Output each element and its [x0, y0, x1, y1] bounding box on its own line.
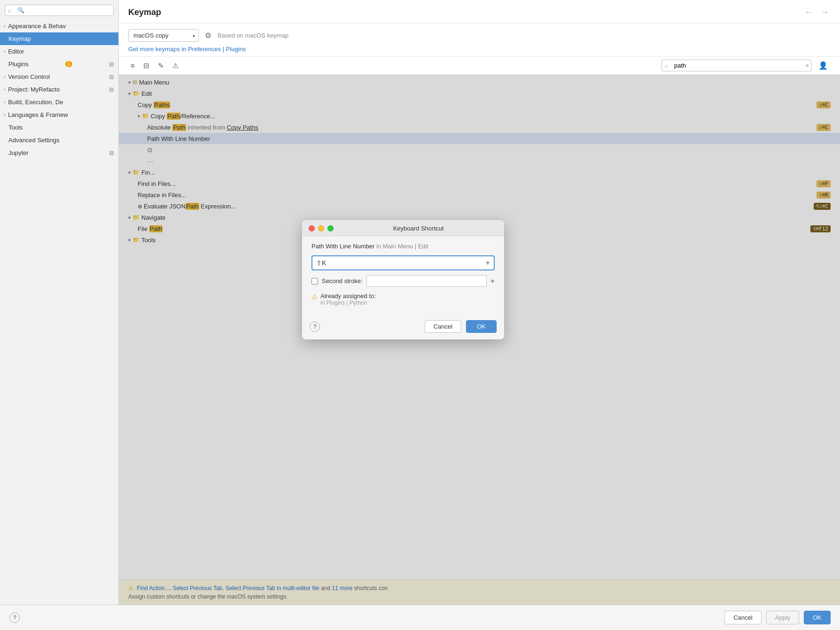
tree-row[interactable]: ▾ ⊞ Main Menu — [119, 77, 840, 88]
footer-right: Cancel Apply OK — [724, 611, 831, 624]
plugins-link[interactable]: Get more keymaps in Preferences | Plugin… — [128, 46, 246, 53]
second-stroke-checkbox[interactable] — [311, 278, 318, 284]
sidebar-item-label: Project: MyRefacto — [8, 86, 60, 93]
ok-button[interactable]: OK — [804, 611, 831, 624]
traffic-lights — [309, 225, 334, 231]
modal-ok-button[interactable]: OK — [466, 320, 497, 333]
sidebar-search-box[interactable]: ⌕ — [5, 5, 114, 16]
arrow-icon: › — [4, 49, 5, 54]
shortcut-badge: ⇧⌘F — [817, 180, 831, 187]
collapse-icon[interactable]: ▾ — [128, 215, 131, 220]
add-shortcut-button[interactable]: + — [486, 259, 490, 267]
tree-row[interactable]: Replace in Files... ⇧⌘R — [119, 189, 840, 200]
shortcut-input-wrap[interactable]: ⇧K + — [311, 255, 495, 270]
expand-all-button[interactable]: ≡ — [128, 60, 137, 71]
second-stroke-add-button[interactable]: + — [490, 277, 495, 285]
user-shortcuts-button[interactable]: 👤 — [816, 60, 831, 71]
folder-icon: 📁 — [132, 169, 140, 176]
tree-row[interactable]: ▾ 📁 Fin... — [119, 167, 840, 178]
arrow-icon: › — [4, 87, 5, 92]
forward-button[interactable]: → — [818, 7, 831, 18]
footer-left: ? — [9, 613, 20, 623]
content-body: ▾ ⊞ Main Menu ▾ 📁 Edit Copy Paths ⇧⌘C — [119, 75, 840, 605]
tree-row[interactable]: ⚙Evaluate JSONPath Expression... ⌥⇧⌘C — [119, 200, 840, 212]
collapse-icon[interactable]: ▾ — [128, 91, 131, 96]
modal-help-button[interactable]: ? — [310, 322, 320, 332]
warning-link-2[interactable]: Select Previous Tab — [172, 585, 222, 592]
tree-item-label: Find in Files... — [138, 180, 817, 187]
second-stroke-input[interactable] — [366, 275, 487, 287]
tree-item-label: ⚙Evaluate JSONPath Expression... — [138, 203, 814, 210]
sidebar-item-label: Keymap — [8, 35, 31, 42]
modal-context-name: Path With Line Number — [311, 243, 374, 250]
settings-button[interactable]: ⚙ — [203, 30, 213, 41]
tree-row: --- — [119, 155, 840, 167]
sidebar-item-jupyter[interactable]: Jupyter ▤ — [0, 146, 118, 159]
sidebar-item-tools[interactable]: Tools — [0, 121, 118, 134]
sidebar-item-label: Plugins — [8, 61, 29, 68]
tree-row[interactable]: Path With Line Number — [119, 133, 840, 144]
apply-button[interactable]: Apply — [766, 611, 800, 624]
search-icon: ⌕ — [665, 63, 668, 69]
warning-link-more[interactable]: 11 more — [332, 585, 352, 592]
sidebar-item-keymap[interactable]: Keymap — [0, 32, 118, 45]
shortcut-badge: ⇧⌘R — [817, 192, 831, 199]
keymap-search-input[interactable] — [661, 60, 812, 71]
tree-row[interactable]: Absolute Path inherited from Copy Paths … — [119, 122, 840, 133]
sidebar-search-input[interactable] — [5, 5, 114, 16]
tree-row[interactable]: ▾ 📁 Edit — [119, 88, 840, 99]
sidebar-item-plugins[interactable]: Plugins 1 ▤ — [0, 58, 118, 70]
maximize-button[interactable] — [327, 225, 334, 231]
tree-row[interactable]: Find in Files... ⇧⌘F — [119, 178, 840, 189]
warning-link-1[interactable]: Find Action... — [137, 585, 169, 592]
tree-row[interactable]: ▾ 📁 Copy Path/Reference... — [119, 110, 840, 122]
sidebar-item-editor[interactable]: › Editor — [0, 45, 118, 58]
arrow-icon: › — [4, 100, 5, 105]
help-button[interactable]: ? — [9, 613, 20, 623]
back-button[interactable]: ← — [802, 7, 815, 18]
sidebar-item-appearance[interactable]: › Appearance & Behav — [0, 20, 118, 32]
warning-link-3[interactable]: Select Previous Tab in multi-editor file — [226, 585, 319, 592]
plugins-link-row: Get more keymaps in Preferences | Plugin… — [128, 46, 831, 53]
shortcut-badge: ⌥⌘F12 — [810, 225, 831, 232]
edit-button[interactable]: ✎ — [156, 60, 166, 71]
sidebar-search-icon: ⌕ — [8, 8, 11, 13]
assigned-location: in Plugins | Python — [320, 300, 376, 306]
tree-item-separator: --- — [147, 158, 831, 165]
minimize-button[interactable] — [318, 225, 324, 231]
warning-filter-button[interactable]: ⚠ — [170, 60, 181, 71]
collapse-icon[interactable]: ▾ — [128, 80, 131, 85]
sidebar-item-languages[interactable]: › Languages & Framew — [0, 108, 118, 121]
collapse-all-button[interactable]: ⊟ — [141, 60, 152, 71]
nav-arrows: ← → — [802, 7, 831, 18]
warning-bar: ⚠ Find Action..., Select Previous Tab, S… — [119, 580, 840, 605]
keyboard-shortcut-dialog[interactable]: Keyboard Shortcut Path With Line Number … — [302, 220, 504, 339]
tree-row[interactable]: ⊙ — [119, 144, 840, 155]
sidebar-item-build[interactable]: › Build, Execution, De — [0, 96, 118, 108]
tree-item-label: Copy Path/Reference... — [151, 113, 831, 120]
collapse-icon[interactable]: ▾ — [128, 238, 131, 243]
close-button[interactable] — [309, 225, 315, 231]
shortcut-value: ⇧K — [316, 259, 486, 267]
arrow-icon: › — [4, 74, 5, 79]
collapse-icon[interactable]: ▾ — [138, 114, 140, 119]
warning-line1: ⚠ Find Action..., Select Previous Tab, S… — [128, 584, 831, 592]
modal-titlebar: Keyboard Shortcut — [302, 220, 504, 236]
tree-item-label: ⊙ — [147, 146, 831, 154]
collapse-icon[interactable]: ▾ — [128, 170, 131, 175]
already-assigned-section: ⚠ Already assigned to: in Plugins | Pyth… — [311, 292, 495, 306]
plugins-badge: 1 — [65, 61, 73, 67]
sidebar-item-label: Languages & Framew — [8, 111, 68, 118]
sidebar-item-project[interactable]: › Project: MyRefacto ▤ — [0, 83, 118, 96]
keymap-preset-select[interactable]: macOS copy — [128, 29, 199, 42]
folder-icon: 📁 — [132, 214, 140, 221]
tree-row[interactable]: Copy Paths ⇧⌘C — [119, 99, 840, 110]
arrow-icon: › — [4, 23, 5, 29]
jupyter-icon: ▤ — [109, 150, 114, 156]
cancel-button[interactable]: Cancel — [724, 611, 761, 624]
keymap-select-wrap[interactable]: macOS copy ▾ — [128, 29, 199, 42]
search-clear-button[interactable]: × — [805, 62, 809, 69]
sidebar-item-version-control[interactable]: › Version Control ▤ — [0, 70, 118, 83]
modal-cancel-button[interactable]: Cancel — [425, 320, 461, 333]
sidebar-item-advanced[interactable]: Advanced Settings — [0, 134, 118, 146]
